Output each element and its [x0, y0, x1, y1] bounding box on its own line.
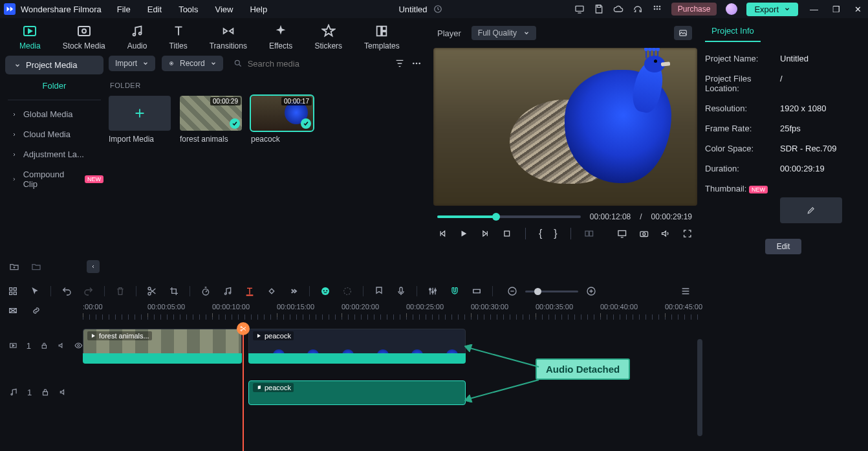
new-folder-icon[interactable] — [9, 261, 19, 272]
menu-view[interactable]: View — [215, 5, 233, 14]
voiceover-icon[interactable] — [395, 285, 407, 298]
mark-out-icon[interactable]: } — [554, 228, 557, 239]
purchase-button[interactable]: Purchase — [671, 3, 717, 16]
sidebar-item-global-media[interactable]: Global Media — [12, 109, 103, 119]
quality-selector[interactable]: Full Quality — [472, 26, 536, 40]
project-info-tab[interactable]: Project Info — [705, 22, 761, 42]
clip-audio-forest[interactable] — [83, 353, 242, 364]
folder-tab[interactable]: Folder — [8, 74, 101, 100]
more-tools-icon[interactable] — [287, 285, 300, 298]
preview-video[interactable] — [433, 48, 697, 206]
split-icon[interactable] — [146, 285, 158, 298]
mute-icon[interactable] — [59, 388, 68, 397]
step-back-icon[interactable] — [437, 228, 447, 239]
link-icon[interactable] — [31, 305, 41, 316]
cloud-icon[interactable] — [613, 4, 624, 14]
menu-help[interactable]: Help — [250, 5, 267, 14]
speed-icon[interactable] — [199, 285, 212, 298]
fullscreen-icon[interactable] — [682, 228, 692, 239]
export-button[interactable]: Export — [746, 3, 798, 16]
svg-point-39 — [229, 292, 231, 294]
tab-titles[interactable]: Titles — [169, 23, 187, 50]
cursor-icon[interactable] — [28, 285, 41, 298]
step-forward-icon[interactable] — [481, 228, 490, 239]
info-location: / — [780, 74, 783, 93]
user-avatar[interactable] — [726, 3, 737, 15]
crop-icon[interactable] — [168, 285, 180, 298]
tab-stickers[interactable]: Stickers — [314, 23, 342, 50]
tab-audio[interactable]: Audio — [127, 23, 147, 50]
play-icon[interactable] — [459, 228, 468, 239]
thumbnail-edit-button[interactable] — [780, 197, 842, 223]
volume-icon[interactable] — [660, 228, 670, 239]
zoom-in-icon[interactable] — [585, 285, 598, 298]
media-item-forest-animals[interactable]: 00:00:29 forest animals — [180, 96, 242, 144]
music-icon[interactable] — [221, 285, 234, 298]
record-button[interactable]: Record — [162, 56, 223, 71]
import-media-tile[interactable]: Import Media — [109, 96, 171, 144]
window-minimize-button[interactable]: — — [807, 5, 821, 14]
save-icon[interactable] — [594, 4, 604, 14]
apps-icon[interactable] — [652, 4, 662, 14]
scissors-icon — [239, 325, 247, 333]
stop-icon[interactable] — [502, 228, 512, 239]
sidebar-item-compound-clip[interactable]: Compound ClipNEW — [12, 170, 103, 189]
more-icon[interactable] — [411, 58, 422, 69]
ai-icon[interactable] — [319, 285, 332, 298]
import-button[interactable]: Import — [109, 56, 155, 71]
zoom-out-icon[interactable] — [506, 285, 519, 298]
device-icon[interactable] — [574, 4, 585, 14]
list-view-icon[interactable] — [679, 285, 692, 298]
tab-effects[interactable]: Effects — [269, 23, 292, 50]
undo-icon[interactable] — [60, 285, 73, 298]
menu-tools[interactable]: Tools — [179, 5, 198, 14]
tab-media[interactable]: Media — [19, 23, 41, 50]
tab-templates[interactable]: Templates — [364, 23, 400, 50]
timeline-ruler[interactable]: :00:0000:00:05:0000:00:10:0000:00:15:000… — [83, 302, 699, 327]
adjust-icon[interactable] — [341, 285, 354, 298]
media-item-peacock[interactable]: 00:00:17 peacock — [251, 96, 313, 144]
window-maximize-button[interactable]: ❐ — [830, 5, 843, 14]
tab-stock-media[interactable]: Stock Media — [63, 23, 105, 50]
lock-icon[interactable] — [41, 388, 50, 397]
redo-icon[interactable] — [82, 285, 95, 298]
menu-edit[interactable]: Edit — [147, 5, 162, 14]
mixer-icon[interactable] — [426, 285, 439, 298]
playback-progress[interactable] — [437, 215, 581, 218]
timeline-vertical-scrollbar[interactable] — [697, 339, 702, 436]
layout-icon[interactable] — [6, 285, 19, 298]
lock-icon[interactable] — [40, 341, 49, 350]
text-color-icon[interactable] — [243, 285, 256, 298]
clip-audio-peacock-attached[interactable] — [248, 353, 466, 364]
search-input[interactable] — [248, 59, 384, 69]
project-media-header[interactable]: Project Media — [5, 56, 103, 74]
filter-icon[interactable] — [395, 58, 405, 69]
sidebar-item-adjustment-layer[interactable]: Adjustment La... — [12, 149, 103, 159]
headphones-icon[interactable] — [633, 4, 643, 14]
magnet-icon[interactable] — [448, 285, 461, 298]
range-icon[interactable] — [470, 285, 483, 298]
camera-icon[interactable] — [639, 228, 649, 239]
compare-icon[interactable] — [584, 228, 594, 239]
snapshot-button[interactable] — [674, 26, 692, 40]
zoom-slider[interactable] — [525, 291, 578, 292]
window-close-button[interactable]: ✕ — [852, 5, 864, 14]
tab-transitions[interactable]: Transitions — [210, 23, 247, 50]
menu-file[interactable]: File — [117, 5, 131, 14]
marker-icon[interactable] — [373, 285, 385, 298]
search-media[interactable] — [230, 59, 388, 69]
stock-icon — [76, 23, 92, 39]
mark-in-icon[interactable]: { — [539, 228, 542, 239]
mute-icon[interactable] — [58, 341, 66, 350]
collapse-sidebar-button[interactable] — [87, 260, 100, 273]
display-icon[interactable] — [617, 228, 627, 239]
eye-icon[interactable] — [74, 341, 83, 350]
sidebar-item-cloud-media[interactable]: Cloud Media — [12, 129, 103, 139]
folder-icon[interactable] — [31, 261, 41, 272]
playhead[interactable] — [243, 327, 244, 451]
edit-button[interactable]: Edit — [765, 239, 802, 254]
keyframe-icon[interactable] — [265, 285, 278, 298]
fit-timeline-icon[interactable] — [8, 305, 18, 316]
delete-icon[interactable] — [114, 285, 127, 298]
clip-peacock-audio-detached[interactable]: peacock — [248, 380, 466, 405]
